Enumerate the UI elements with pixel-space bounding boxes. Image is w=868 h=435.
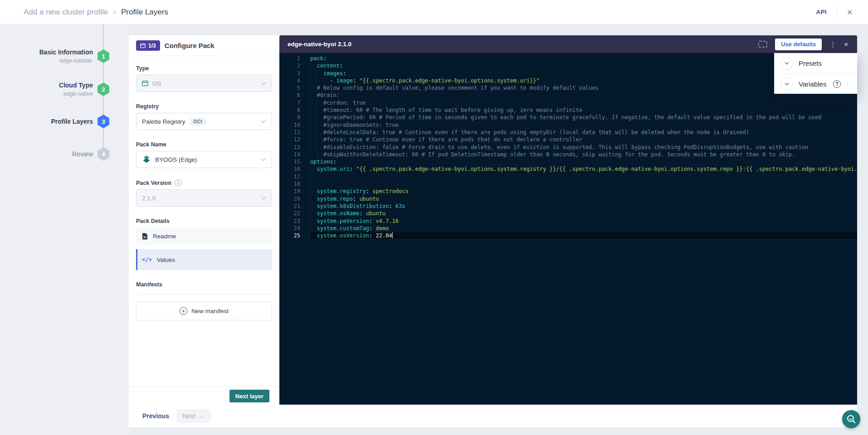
code-icon: </> bbox=[142, 256, 152, 263]
line-number: 18 bbox=[279, 180, 300, 188]
line-number: 9 bbox=[279, 114, 300, 121]
variables-expand-button[interactable] bbox=[780, 77, 793, 90]
code-line[interactable] bbox=[310, 180, 857, 188]
values-tab-label: Values bbox=[157, 256, 175, 263]
registry-select[interactable]: Palette Registry OCI bbox=[136, 113, 272, 130]
code-line[interactable]: #ignoreDaemonSets: true bbox=[310, 121, 857, 129]
magnifier-smile-icon bbox=[846, 414, 856, 424]
code-line[interactable]: #deleteLocalData: true # Continue even i… bbox=[310, 129, 857, 136]
pack-version-value: 2.1.0 bbox=[142, 195, 156, 202]
chevron-down-icon bbox=[261, 158, 266, 161]
stepper-step[interactable]: Profile Layers bbox=[0, 108, 93, 135]
code-line[interactable]: system.customTag: demo bbox=[310, 225, 857, 232]
editor-close-icon[interactable]: × bbox=[844, 41, 848, 48]
code-line[interactable] bbox=[310, 173, 857, 180]
stepper-step[interactable]: Review bbox=[0, 140, 93, 168]
step-number-hexagon: 4 bbox=[98, 147, 109, 161]
variables-row[interactable]: Variables ? ⋮ bbox=[774, 73, 857, 94]
code-line[interactable]: system.osVersion: 22.04 bbox=[310, 232, 857, 239]
help-icon[interactable]: ? bbox=[833, 80, 841, 88]
code-line[interactable]: #force: true # Continue even if there ar… bbox=[310, 136, 857, 143]
line-number: 10 bbox=[279, 121, 300, 129]
code-line[interactable]: system.osName: ubuntu bbox=[310, 210, 857, 217]
help-search-fab[interactable] bbox=[842, 410, 860, 428]
editor-titlebar: edge-native-byoi 2.1.0 Use defaults ⋮ × bbox=[279, 35, 857, 53]
step-label: Profile Layers bbox=[51, 117, 93, 126]
pack-name-select[interactable]: BYOOS (Edge) bbox=[136, 151, 272, 168]
code-line[interactable]: system.repo: ubuntu bbox=[310, 195, 857, 203]
text-cursor bbox=[392, 232, 393, 238]
line-number: 2 bbox=[279, 62, 300, 69]
api-link[interactable]: API bbox=[816, 9, 826, 15]
kebab-menu-icon[interactable]: ⋮ bbox=[845, 81, 851, 87]
line-number: 7 bbox=[279, 99, 300, 106]
kebab-menu-icon[interactable]: ⋮ bbox=[829, 41, 836, 48]
pack-step-count: 1/3 bbox=[148, 43, 156, 49]
document-icon bbox=[142, 233, 148, 240]
pack-values-editor: edge-native-byoi 2.1.0 Use defaults ⋮ × … bbox=[279, 35, 857, 405]
line-number: 23 bbox=[279, 218, 300, 225]
stepper-step[interactable]: Cloud Typeedge-native bbox=[0, 76, 93, 103]
breadcrumb: Add a new cluster profile > Profile Laye… bbox=[24, 8, 168, 17]
code-line[interactable]: #cordon: true bbox=[310, 99, 857, 106]
line-number: 1 bbox=[279, 55, 300, 62]
code-line[interactable]: #gracePeriod: 60 # Period of time in sec… bbox=[310, 114, 857, 121]
configure-pack-footer: Next layer bbox=[129, 387, 279, 405]
type-select[interactable]: OS bbox=[136, 75, 272, 92]
tab-readme[interactable]: Readme bbox=[136, 227, 272, 245]
close-icon[interactable]: × bbox=[847, 7, 853, 17]
code-line[interactable]: #skipWaitForDeleteTimeout: 60 # If pod D… bbox=[310, 151, 857, 158]
use-defaults-button[interactable]: Use defaults bbox=[775, 39, 822, 50]
line-number: 12 bbox=[279, 136, 300, 143]
code-line[interactable]: #timeout: 60 # The length of time to wai… bbox=[310, 106, 857, 114]
code-line[interactable]: options: bbox=[310, 158, 857, 165]
registry-oci-badge: OCI bbox=[189, 118, 206, 126]
type-label: Type bbox=[136, 65, 272, 72]
code-lines: pack: content: images: - image: "{{.spec… bbox=[300, 55, 857, 405]
step-label: Review bbox=[72, 150, 93, 159]
new-manifest-button[interactable]: + New manifest bbox=[136, 302, 272, 320]
os-layer-icon bbox=[142, 81, 148, 86]
code-line[interactable]: system.peVersion: v4.7.16 bbox=[310, 218, 857, 225]
step-sublabel: edge-native bbox=[63, 90, 93, 98]
pack-version-label: Pack Version bbox=[136, 180, 171, 186]
code-line[interactable]: #disableEviction: false # Force drain to… bbox=[310, 144, 857, 151]
code-line[interactable]: system.uri: "{{ .spectro.pack.edge-nativ… bbox=[310, 165, 857, 173]
line-number: 5 bbox=[279, 84, 300, 92]
code-area[interactable]: 1234567891011121314151617181920212223242… bbox=[279, 53, 857, 405]
manifests-divider bbox=[136, 294, 272, 295]
stepper-step[interactable]: Basic Informationedge-tutorial- bbox=[0, 43, 93, 70]
new-manifest-label: New manifest bbox=[191, 308, 229, 314]
code-line[interactable]: system.k8sDistribution: k3s bbox=[310, 203, 857, 210]
step-label: Basic Information bbox=[39, 48, 93, 57]
line-number: 13 bbox=[279, 144, 300, 151]
expand-editor-icon[interactable] bbox=[758, 41, 767, 48]
plus-icon: + bbox=[180, 307, 187, 315]
registry-label: Registry bbox=[136, 103, 272, 110]
header-actions: API × bbox=[816, 6, 853, 18]
chevron-down-icon bbox=[261, 196, 266, 200]
next-layer-button[interactable]: Next layer bbox=[229, 390, 269, 402]
next-button-label: Next bbox=[182, 412, 195, 420]
configure-pack-body: Type OS Registry Palette Registry OCI Pa… bbox=[129, 56, 279, 320]
stepper-sidebar: Basic Informationedge-tutorial-1Cloud Ty… bbox=[0, 24, 129, 435]
manifests-label: Manifests bbox=[136, 281, 272, 288]
presets-row[interactable]: Presets bbox=[774, 53, 857, 73]
presets-expand-button[interactable] bbox=[780, 57, 793, 70]
previous-button[interactable]: Previous bbox=[142, 412, 169, 420]
pack-name-label: Pack Name bbox=[136, 141, 272, 148]
pack-details-label: Pack Details bbox=[136, 218, 272, 224]
step-number-hexagon: 2 bbox=[98, 82, 109, 96]
code-line[interactable]: system.registry: spectrodocs bbox=[310, 188, 857, 195]
step-sublabel: edge-tutorial- bbox=[59, 57, 93, 65]
breadcrumb-parent-link[interactable]: Add a new cluster profile bbox=[24, 8, 108, 17]
line-number: 24 bbox=[279, 225, 300, 232]
info-icon[interactable]: i bbox=[175, 179, 181, 186]
line-number: 6 bbox=[279, 92, 300, 99]
readme-tab-label: Readme bbox=[153, 233, 176, 240]
step-number-hexagon: 3 bbox=[98, 115, 109, 128]
pack-version-select[interactable]: 2.1.0 bbox=[136, 189, 272, 207]
next-button[interactable]: Next → bbox=[176, 409, 211, 423]
tab-values[interactable]: </> Values bbox=[136, 249, 272, 270]
wizard-footer: Previous Next → bbox=[129, 405, 857, 427]
